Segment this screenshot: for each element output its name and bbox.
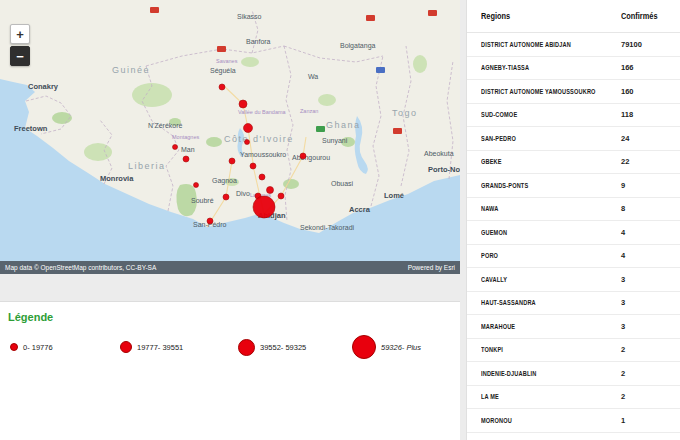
case-marker[interactable] [194,183,199,188]
region-name: NAWA [481,205,621,212]
region-name: SUD-COMOE [481,111,621,118]
legend-item: 59326- Plus [352,334,421,360]
table-row: HAUT-SASSANDRA3 [467,292,680,316]
map-label: Abengourou [292,154,330,162]
table-row: NAWA8 [467,198,680,222]
legend-item: 0- 19776 [10,334,53,360]
map-label: Banfora [246,38,271,45]
route-shield-icon [217,46,226,52]
map-label: Ghana [326,120,361,130]
case-marker[interactable] [245,140,250,145]
case-marker[interactable] [300,153,306,159]
region-name: DISTRICT AUTONOME YAMOUSSOUKRO [481,88,621,95]
legend: Légende 0- 1977619777- 3955139552- 59325… [0,301,460,440]
region-name: CAVALLY [481,276,621,283]
table-row: GRANDS-PONTS9 [467,174,680,198]
table-row: CAVALLY3 [467,268,680,292]
table-row: LA ME2 [467,386,680,410]
confirmed-value: 2 [621,369,675,378]
legend-label: 59326- Plus [381,343,421,352]
attribution-text: Map data © OpenStreetMap contributors, C… [5,264,156,271]
table-row: MORONOU1 [467,409,680,433]
confirmed-value: 9 [621,181,675,190]
confirmed-value: 22 [621,157,675,166]
case-marker[interactable] [239,100,247,108]
table-row: MARAHOUE3 [467,315,680,339]
route-shield-icon [428,10,437,16]
region-name: GRANDS-PONTS [481,182,621,189]
regions-table-body: DISTRICT AUTONOME ABIDJAN79100AGNEBY-TIA… [467,33,680,440]
zoom-in-button[interactable]: + [10,24,30,44]
legend-label: 19777- 39551 [137,343,183,352]
route-shield-icon [366,15,375,21]
map-label: Soubré [191,197,214,204]
route-shield-icon [150,7,159,13]
legend-circle-icon [10,343,18,351]
map-label: Conakry [28,82,59,91]
confirmed-value: 79100 [621,40,675,49]
legend-title: Légende [8,311,53,323]
confirmed-value: 2 [621,345,675,354]
region-name: AGNEBY-TIASSA [481,64,621,71]
case-marker[interactable] [183,156,189,162]
map-label: Guinée [112,65,150,75]
map-label: Obuasi [331,180,354,187]
case-marker[interactable] [229,158,235,164]
regions-panel: Regions Confirmés DISTRICT AUTONOME ABID… [466,0,680,440]
region-name: INDENIE-DJUABLIN [481,370,621,377]
legend-circle-icon [238,339,255,356]
confirmed-value: 3 [621,298,675,307]
confirmed-value: 2 [621,392,675,401]
confirmed-value: 1 [621,416,675,425]
region-name: DISTRICT AUTONOME ABIDJAN [481,41,621,48]
table-row: TONKPI2 [467,339,680,363]
map-label: Liberia [128,161,166,171]
map-label: Vallée du Bandama [238,109,287,115]
case-marker[interactable] [250,163,256,169]
table-header: Regions Confirmés [467,0,680,33]
map-label: Sekondi-Takoradi [300,224,355,231]
case-marker[interactable] [219,84,225,90]
legend-circle-icon [120,341,132,353]
map-label: Togo [392,108,418,118]
left-column: SikassoBanforaBolgatangaWaGuinéeConakryF… [0,0,460,440]
region-name: GUEMON [481,229,621,236]
region-name: SAN-PEDRO [481,135,621,142]
region-name: LA ME [481,393,621,400]
legend-circle-icon [352,335,376,359]
case-marker[interactable] [253,196,275,218]
case-marker[interactable] [259,174,265,180]
region-name: TONKPI [481,346,621,353]
confirmed-value: 3 [621,322,675,331]
region-name: PORO [481,252,621,259]
case-marker[interactable] [267,187,274,194]
map-label: Wa [308,73,318,80]
table-row: PORO4 [467,245,680,269]
table-row: GBEKE22 [467,151,680,175]
map-zoom-control: + − [10,24,30,66]
zoom-out-button[interactable]: − [10,46,30,66]
map[interactable]: SikassoBanforaBolgatangaWaGuinéeConakryF… [0,0,460,274]
case-marker[interactable] [207,218,213,224]
regions-table: Regions Confirmés DISTRICT AUTONOME ABID… [467,0,680,440]
table-row: DISTRICT AUTONOME ABIDJAN79100 [467,33,680,57]
map-label: Séguéla [210,67,236,75]
legend-item: 19777- 39551 [120,334,183,360]
table-row: AGNEBY-TIASSA166 [467,57,680,81]
map-label: Zanzan [300,108,318,114]
confirmed-value: 24 [621,134,675,143]
region-name: HAUT-SASSANDRA [481,299,621,306]
region-name: MARAHOUE [481,323,621,330]
case-marker[interactable] [278,193,284,199]
column-header-confirmed: Confirmés [621,11,675,21]
legend-item: 39552- 59325 [238,334,306,360]
legend-label: 0- 19776 [23,343,53,352]
table-row: SUD-COMOE118 [467,104,680,128]
route-shield-icon [376,67,385,73]
confirmed-value: 4 [621,228,675,237]
case-marker[interactable] [223,194,229,200]
case-marker[interactable] [244,124,253,133]
case-marker[interactable] [173,145,178,150]
table-row: GUEMON4 [467,221,680,245]
confirmed-value: 8 [621,204,675,213]
